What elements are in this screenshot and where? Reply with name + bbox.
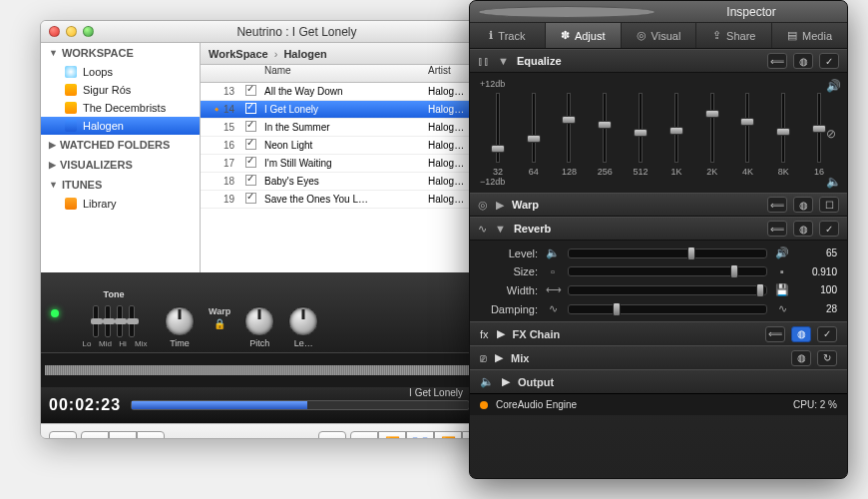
track-checkbox[interactable] — [245, 139, 256, 150]
sidebar-item-sigur[interactable]: Sigur Rós — [41, 81, 200, 99]
col-name[interactable]: Name — [260, 65, 428, 82]
param-slider[interactable] — [568, 249, 767, 258]
tab-track[interactable]: ℹTrack — [470, 23, 546, 48]
pitch-knob[interactable] — [244, 306, 274, 336]
view-grid-button[interactable]: ▦ — [81, 431, 109, 440]
track-row[interactable]: 19Save the Ones You L…Halog… — [201, 191, 498, 209]
track-row[interactable]: 17I'm Still WaitingHalog… — [201, 155, 498, 173]
eq-band-32[interactable]: 32 — [480, 91, 516, 177]
close-icon[interactable] — [49, 26, 60, 37]
output-header[interactable]: 🔈▶ Output — [470, 369, 847, 393]
sidebar-section-visualizers[interactable]: ▶VISUALIZERS — [41, 155, 200, 175]
shuffle-button[interactable]: ⤨ — [318, 431, 346, 440]
eq-header[interactable]: ⫿⫿ ▼ Equalize ⟸ ◍ ✓ — [470, 49, 847, 73]
param-slider[interactable] — [568, 266, 767, 276]
waveform[interactable] — [41, 352, 498, 387]
fxchain-header[interactable]: fx▶ FX Chain ⟸◍✓ — [470, 321, 847, 345]
ffwd-button[interactable]: ⏩ — [434, 431, 462, 440]
tracklist-header[interactable]: Name Artist — [201, 65, 498, 83]
enable-checkbox[interactable]: ✓ — [819, 53, 839, 69]
tab-share[interactable]: ⇪Share — [696, 23, 772, 48]
timecode: 00:02:23 — [49, 397, 121, 413]
tone-lo-slider[interactable] — [93, 305, 99, 337]
track-row[interactable]: 🔸14I Get LonelyHalog… — [201, 101, 498, 119]
sidebar-item-loops[interactable]: Loops — [41, 63, 200, 81]
eq-band-64[interactable]: 64 — [516, 91, 552, 177]
inspector-titlebar[interactable]: Inspector — [470, 1, 847, 23]
enable-checkbox[interactable]: ✓ — [819, 221, 839, 237]
track-row[interactable]: 15In the SummerHalog… — [201, 119, 498, 137]
globe-button[interactable]: ◍ — [791, 350, 811, 366]
toolbar: ✽ ▦ ≣ ▤ ⤨ ⏮ ⏪ ❚❚ ⏩ ⏭ — [41, 423, 498, 439]
volume-up-icon[interactable]: 🔊 — [826, 79, 841, 93]
globe-button[interactable]: ◍ — [793, 197, 813, 213]
sidebar-section-itunes[interactable]: ▼ITUNES — [41, 175, 200, 195]
sidebar-item-halogen[interactable]: Halogen — [41, 117, 200, 135]
preset-button[interactable]: ⟸ — [767, 53, 787, 69]
sidebar-section-watched[interactable]: ▶WATCHED FOLDERS — [41, 135, 200, 155]
eq-band-512[interactable]: 512 — [623, 91, 658, 177]
rewind-button[interactable]: ⏪ — [378, 431, 406, 440]
crumb-root[interactable]: WorkSpace — [209, 48, 268, 60]
enable-checkbox[interactable]: ☐ — [819, 197, 839, 213]
time-knob[interactable] — [165, 306, 195, 336]
preset-button[interactable]: ⟸ — [767, 221, 787, 237]
tab-adjust[interactable]: ✽Adjust — [546, 23, 622, 48]
pause-button[interactable]: ❚❚ — [406, 431, 434, 440]
preset-button[interactable]: ⟸ — [765, 326, 785, 342]
eq-band-1K[interactable]: 1K — [658, 91, 694, 177]
reverb-header[interactable]: ∿ ▼ Reverb ⟸ ◍ ✓ — [470, 217, 847, 241]
param-max-icon: 💾 — [775, 283, 789, 296]
track-checkbox[interactable] — [245, 121, 256, 132]
enable-checkbox[interactable]: ✓ — [817, 326, 837, 342]
minimize-icon[interactable] — [66, 26, 77, 37]
track-checkbox[interactable] — [245, 175, 256, 186]
track-row[interactable]: 13All the Way DownHalog… — [201, 83, 498, 101]
mix-header[interactable]: ⎚▶ Mix ◍↻ — [470, 345, 847, 369]
settings-button[interactable]: ✽ — [49, 431, 77, 440]
eq-band-256[interactable]: 256 — [587, 91, 623, 177]
globe-button[interactable]: ◍ — [791, 326, 811, 342]
refresh-button[interactable]: ↻ — [817, 350, 837, 366]
eq-band-128[interactable]: 128 — [552, 91, 588, 177]
sidebar-item-decembrists[interactable]: The Decembrists — [41, 99, 200, 117]
sidebar-section-workspace[interactable]: ▼ WORKSPACE — [41, 43, 200, 63]
controls-panel: Tone Lo Mid Hi Mix Time Warp🔒 Pitch Le… — [41, 272, 498, 352]
close-icon[interactable] — [478, 6, 655, 18]
crumb-leaf[interactable]: Halogen — [283, 48, 326, 60]
tone-mid-slider[interactable] — [105, 305, 111, 337]
globe-button[interactable]: ◍ — [793, 221, 813, 237]
knob-group: Time Warp🔒 Pitch Le… — [165, 306, 318, 348]
tone-mix-slider[interactable] — [129, 305, 135, 337]
param-slider[interactable] — [568, 285, 767, 295]
globe-button[interactable]: ◍ — [793, 53, 813, 69]
param-slider[interactable] — [568, 304, 767, 314]
zoom-icon[interactable] — [83, 26, 94, 37]
tracklist: WorkSpace › Halogen Name Artist 13All th… — [201, 43, 498, 272]
eq-band-8K[interactable]: 8K — [765, 91, 801, 177]
preset-button[interactable]: ⟸ — [767, 197, 787, 213]
track-checkbox[interactable] — [245, 193, 256, 204]
progress-bar[interactable]: I Get Lonely — [131, 400, 470, 410]
eq-band-4K[interactable]: 4K — [730, 91, 766, 177]
prev-track-button[interactable]: ⏮ — [350, 431, 378, 440]
track-checkbox[interactable] — [245, 85, 256, 96]
titlebar[interactable]: Neutrino : I Get Lonely — [41, 21, 498, 43]
track-row[interactable]: 18Baby's EyesHalog… — [201, 173, 498, 191]
tab-visual[interactable]: ◎Visual — [622, 23, 697, 48]
lock-icon[interactable]: 🔒 — [214, 318, 225, 329]
sidebar-item-library[interactable]: Library — [41, 195, 200, 213]
track-checkbox[interactable] — [245, 157, 256, 168]
level-knob[interactable] — [288, 306, 318, 336]
view-columns-button[interactable]: ▤ — [137, 431, 165, 440]
warp-header[interactable]: ◎ ▶ Warp ⟸ ◍ ☐ — [470, 193, 847, 217]
tab-media[interactable]: ▤Media — [772, 23, 847, 48]
breadcrumb[interactable]: WorkSpace › Halogen — [201, 43, 498, 65]
tone-hi-slider[interactable] — [117, 305, 123, 337]
eq-band-2K[interactable]: 2K — [694, 91, 730, 177]
reset-icon[interactable]: ⊘ — [826, 127, 841, 141]
track-checkbox[interactable] — [245, 103, 256, 114]
track-row[interactable]: 16Neon LightHalog… — [201, 137, 498, 155]
view-list-button[interactable]: ≣ — [109, 431, 137, 440]
volume-down-icon[interactable]: 🔈 — [826, 175, 841, 189]
